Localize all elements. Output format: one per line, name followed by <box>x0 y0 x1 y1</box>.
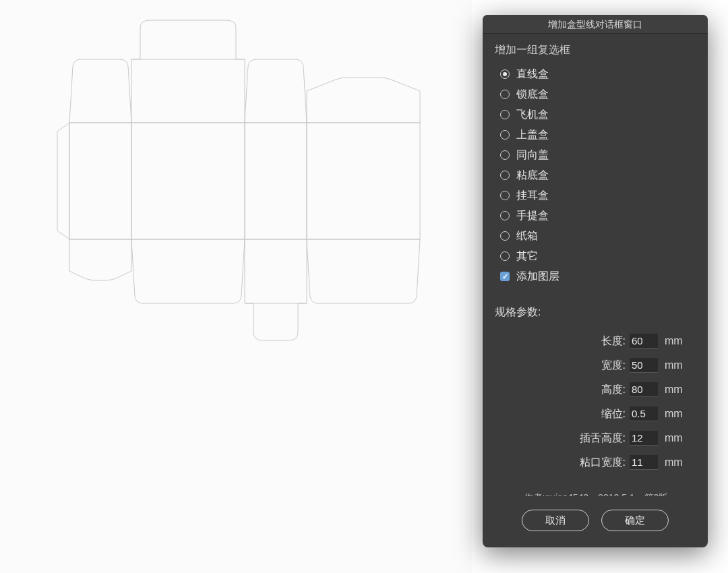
radio-label: 飞机盒 <box>516 108 549 122</box>
param-unit: mm <box>665 432 685 444</box>
param-unit: mm <box>665 408 685 420</box>
param-name: 宽度: <box>601 359 626 373</box>
svg-rect-2 <box>245 123 307 239</box>
glue-width-input[interactable] <box>630 455 658 470</box>
param-glue-width: 粘口宽度: mm <box>495 450 697 475</box>
param-unit: mm <box>665 359 685 371</box>
radio-icon <box>500 69 510 79</box>
radio-label: 其它 <box>516 249 538 264</box>
svg-rect-0 <box>69 123 131 239</box>
radio-carton[interactable]: 纸箱 <box>500 226 697 246</box>
add-box-dialog: 增加盒型线对话框窗口 增加一组复选框 直线盒 锁底盒 飞机盒 上盖盒 同向盖 <box>483 15 708 547</box>
radio-label: 挂耳盒 <box>516 189 549 203</box>
radio-label: 同向盖 <box>516 148 549 162</box>
param-name: 长度: <box>601 334 626 349</box>
radio-icon <box>500 191 510 200</box>
width-input[interactable] <box>630 358 658 373</box>
radio-icon <box>500 211 510 220</box>
radio-icon <box>500 171 510 180</box>
checkbox-add-layer[interactable]: 添加图层 <box>500 266 697 286</box>
tuck-height-input[interactable] <box>630 431 658 446</box>
checkbox-label: 添加图层 <box>516 270 559 284</box>
radio-label: 手提盒 <box>516 209 549 223</box>
radio-group-label: 增加一组复选框 <box>495 43 697 57</box>
shrink-input[interactable] <box>630 406 658 421</box>
radio-top-lid-box[interactable]: 上盖盒 <box>500 125 697 145</box>
radio-handle-box[interactable]: 手提盒 <box>500 206 697 226</box>
params-label: 规格参数: <box>495 305 697 320</box>
radio-icon <box>500 150 510 160</box>
radio-other[interactable]: 其它 <box>500 246 697 266</box>
box-template-canvas <box>0 0 472 573</box>
param-shrink: 缩位: mm <box>495 402 697 426</box>
svg-rect-3 <box>307 123 420 239</box>
svg-rect-1 <box>131 123 245 239</box>
radio-icon <box>500 90 510 99</box>
cancel-button[interactable]: 取消 <box>522 510 589 531</box>
param-length: 长度: mm <box>495 329 697 353</box>
box-type-radio-group: 直线盒 锁底盒 飞机盒 上盖盒 同向盖 粘底盒 <box>495 64 697 286</box>
param-name: 缩位: <box>601 407 626 421</box>
ok-button[interactable]: 确定 <box>601 510 669 531</box>
param-name: 粘口宽度: <box>580 456 626 470</box>
radio-icon <box>500 251 510 261</box>
params-section: 规格参数: 长度: mm 宽度: mm 高度: mm 缩位: mm <box>495 305 697 475</box>
radio-hang-ear-box[interactable]: 挂耳盒 <box>500 185 697 206</box>
dialog-title: 增加盒型线对话框窗口 <box>483 15 708 34</box>
dialog-body: 增加一组复选框 直线盒 锁底盒 飞机盒 上盖盒 同向盖 <box>483 34 708 496</box>
param-unit: mm <box>665 456 685 469</box>
param-name: 高度: <box>601 383 626 397</box>
radio-label: 纸箱 <box>516 229 538 243</box>
radio-label: 上盖盒 <box>516 128 549 142</box>
radio-same-direction-lid[interactable]: 同向盖 <box>500 145 697 165</box>
param-name: 插舌高度: <box>580 431 626 446</box>
param-width: 宽度: mm <box>495 353 697 378</box>
radio-glue-bottom-box[interactable]: 粘底盒 <box>500 165 697 185</box>
param-tuck-height: 插舌高度: mm <box>495 426 697 450</box>
param-unit: mm <box>665 384 685 396</box>
radio-label: 直线盒 <box>516 67 549 82</box>
param-unit: mm <box>665 335 685 347</box>
radio-label: 粘底盒 <box>516 169 549 183</box>
dialog-buttons: 取消 确定 <box>483 496 708 547</box>
length-input[interactable] <box>630 334 658 349</box>
radio-icon <box>500 110 510 119</box>
radio-label: 锁底盒 <box>516 88 549 102</box>
radio-airplane-box[interactable]: 飞机盒 <box>500 104 697 125</box>
radio-icon <box>500 231 510 241</box>
radio-icon <box>500 130 510 140</box>
height-input[interactable] <box>630 382 658 397</box>
radio-straight-box[interactable]: 直线盒 <box>500 64 697 84</box>
param-height: 高度: mm <box>495 378 697 402</box>
checkbox-icon <box>500 272 510 281</box>
radio-lock-bottom-box[interactable]: 锁底盒 <box>500 84 697 104</box>
